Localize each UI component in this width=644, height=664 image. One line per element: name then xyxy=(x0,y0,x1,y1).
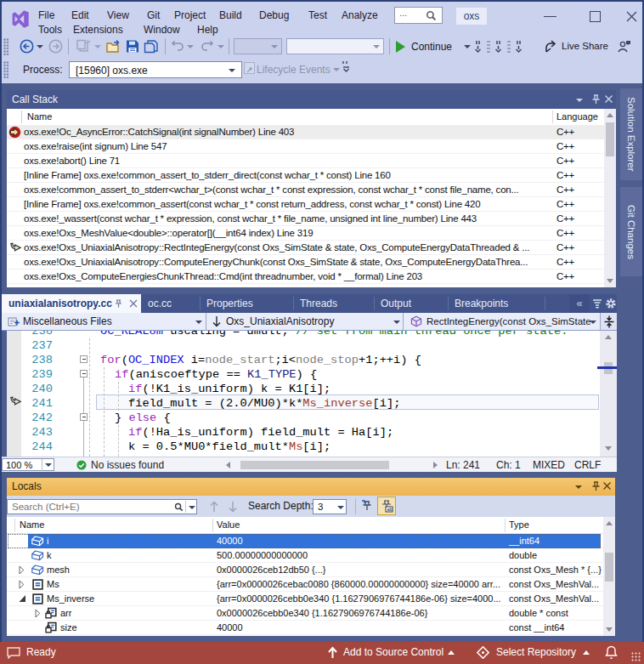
svg-text:ab: ab xyxy=(387,507,392,512)
